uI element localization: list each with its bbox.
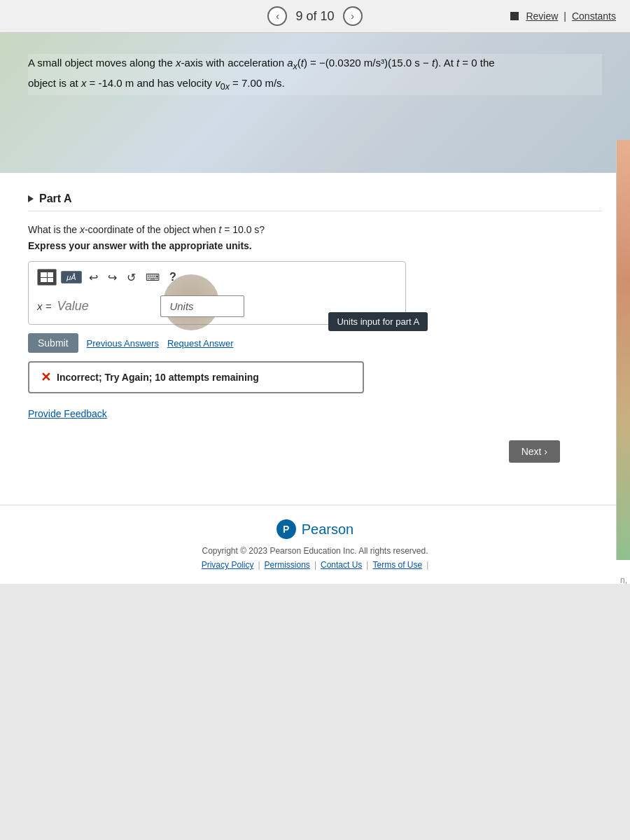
footer: P Pearson Copyright © 2023 Pearson Educa… bbox=[0, 505, 630, 584]
pearson-circle-icon: P bbox=[276, 519, 296, 539]
part-a-header: Part A bbox=[28, 187, 602, 211]
mu-button[interactable]: μÅ bbox=[61, 271, 82, 284]
part-a-section: Part A What is the x-coordinate of the o… bbox=[28, 187, 602, 393]
input-label: x = bbox=[37, 300, 51, 312]
answer-input-area: μÅ ↩ ↪ ↺ ⌨ ? x = bbox=[28, 261, 406, 325]
error-message-box: ✕ Incorrect; Try Again; 10 attempts rema… bbox=[28, 361, 364, 393]
review-icon bbox=[510, 12, 519, 20]
pearson-name: Pearson bbox=[302, 522, 354, 538]
permissions-link[interactable]: Permissions bbox=[265, 560, 310, 570]
terms-of-use-link[interactable]: Terms of Use bbox=[372, 560, 422, 570]
prev-arrow-button[interactable]: ‹ bbox=[267, 6, 287, 26]
problem-text-line1: A small object moves along the x-axis wi… bbox=[28, 54, 602, 74]
contact-us-link[interactable]: Contact Us bbox=[321, 560, 362, 570]
next-button-row: Next › bbox=[28, 440, 602, 463]
answer-toolbar: μÅ ↩ ↪ ↺ ⌨ ? bbox=[37, 269, 397, 290]
units-dropdown[interactable]: Units bbox=[160, 295, 244, 317]
side-note: n, bbox=[617, 574, 630, 587]
privacy-policy-link[interactable]: Privacy Policy bbox=[202, 560, 254, 570]
top-navigation: ‹ 9 of 10 › Review | Constants bbox=[0, 0, 630, 33]
help-button[interactable]: ? bbox=[167, 271, 179, 284]
previous-answers-link[interactable]: Previous Answers bbox=[87, 338, 159, 349]
instruction-text: Express your answer with the appropriate… bbox=[28, 240, 602, 251]
value-input[interactable] bbox=[57, 296, 155, 316]
submit-button[interactable]: Submit bbox=[28, 333, 78, 353]
error-text: Incorrect; Try Again; 10 attempts remain… bbox=[57, 372, 259, 383]
refresh-button[interactable]: ↺ bbox=[124, 271, 139, 284]
pagination-controls: ‹ 9 of 10 › bbox=[267, 6, 362, 26]
copyright-text: Copyright © 2023 Pearson Education Inc. … bbox=[28, 546, 602, 556]
top-right-links: Review | Constants bbox=[510, 10, 616, 22]
main-white-panel: Part A What is the x-coordinate of the o… bbox=[0, 173, 630, 505]
constants-link[interactable]: Constants bbox=[572, 10, 616, 22]
pearson-logo: P Pearson bbox=[28, 519, 602, 539]
undo-button[interactable]: ↩ bbox=[86, 271, 101, 284]
error-x-icon: ✕ bbox=[41, 370, 51, 385]
right-side-panel bbox=[616, 140, 630, 560]
units-placeholder: Units bbox=[169, 300, 193, 312]
problem-text-line2: object is at x = -14.0 m and has velocit… bbox=[28, 74, 602, 94]
collapse-icon[interactable] bbox=[28, 195, 34, 202]
problem-statement: A small object moves along the x-axis wi… bbox=[0, 33, 630, 173]
footer-links: Privacy Policy | Permissions | Contact U… bbox=[28, 560, 602, 570]
pagination-text: 9 of 10 bbox=[295, 9, 334, 24]
action-row: Submit Previous Answers Request Answer bbox=[28, 333, 602, 353]
keyboard-button[interactable]: ⌨ bbox=[143, 272, 162, 283]
next-arrow-button[interactable]: › bbox=[343, 6, 363, 26]
units-tooltip: Units input for part A bbox=[328, 312, 428, 331]
request-answer-link[interactable]: Request Answer bbox=[167, 338, 234, 349]
review-link[interactable]: Review bbox=[526, 10, 558, 22]
next-button[interactable]: Next › bbox=[509, 440, 560, 463]
part-a-title: Part A bbox=[39, 192, 72, 205]
input-row: x = Units Units input for part A bbox=[37, 295, 397, 317]
matrix-button[interactable] bbox=[37, 269, 57, 286]
question-text: What is the x-coordinate of the object w… bbox=[28, 223, 602, 237]
provide-feedback-link[interactable]: Provide Feedback bbox=[28, 408, 107, 419]
redo-button[interactable]: ↪ bbox=[105, 271, 120, 284]
